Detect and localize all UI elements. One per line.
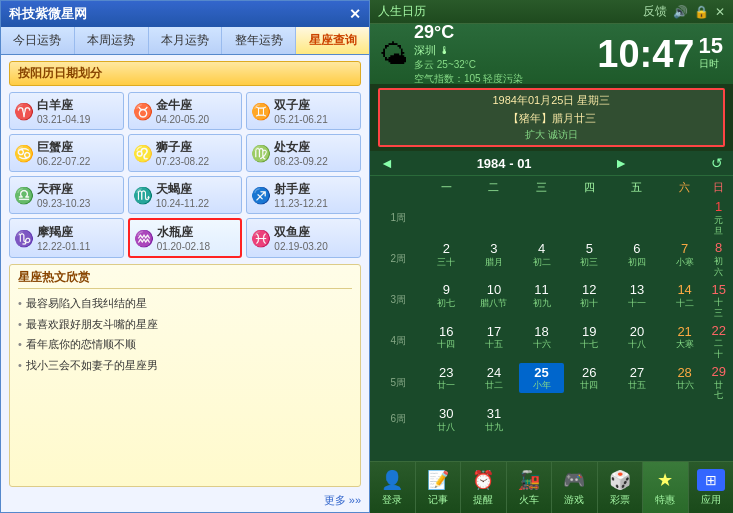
cal-cell[interactable]: 30廿八 — [422, 403, 470, 435]
zodiac-item-摩羯座[interactable]: ♑ 摩羯座 12.22-01.11 — [9, 218, 124, 258]
cal-cell[interactable]: 14十二 — [661, 280, 709, 321]
calendar-nav: ◄ 1984 - 01 ► ↺ — [370, 151, 733, 176]
tab-整年运势[interactable]: 整年运势 — [222, 27, 296, 54]
tab-本周运势[interactable]: 本周运势 — [75, 27, 149, 54]
cal-lunar-text: 十五 — [485, 339, 503, 350]
cal-cell[interactable]: 20十八 — [613, 321, 661, 362]
cal-cell[interactable]: 27廿五 — [613, 362, 661, 403]
zodiac-name: 双子座 — [274, 97, 327, 114]
cal-cell[interactable]: 2三十 — [422, 238, 470, 279]
zodiac-item-天秤座[interactable]: ♎ 天秤座 09.23-10.23 — [9, 176, 124, 214]
zodiac-item-射手座[interactable]: ♐ 射手座 11.23-12.21 — [246, 176, 361, 214]
time-block: 10:47 15 日时 — [597, 35, 723, 73]
cal-cell[interactable]: 11初九 — [518, 280, 566, 321]
lock-icon[interactable]: 🔒 — [694, 5, 709, 19]
cal-lunar-text: 廿一 — [437, 380, 455, 391]
cal-cell[interactable]: 19十七 — [565, 321, 613, 362]
week-label: 3周 — [374, 280, 422, 321]
sun-header: 日 — [708, 178, 729, 197]
zodiac-item-双鱼座[interactable]: ♓ 双鱼座 02.19-03.20 — [246, 218, 361, 258]
cal-day-number: 13 — [630, 282, 644, 298]
zodiac-item-处女座[interactable]: ♍ 处女座 08.23-09.22 — [246, 134, 361, 172]
cal-cell[interactable]: 13十一 — [613, 280, 661, 321]
cal-cell[interactable]: 28廿六 — [661, 362, 709, 403]
zodiac-item-狮子座[interactable]: ♌ 狮子座 07.23-08.22 — [128, 134, 243, 172]
zodiac-item-双子座[interactable]: ♊ 双子座 05.21-06.21 — [246, 92, 361, 130]
zodiac-item-水瓶座[interactable]: ♒ 水瓶座 01.20-02.18 — [128, 218, 243, 258]
feedback-button[interactable]: 反馈 — [643, 3, 667, 20]
weather-icon: 🌤 — [380, 38, 408, 71]
cal-day-number: 27 — [630, 365, 644, 381]
cal-cell[interactable]: 25小年 — [518, 362, 566, 403]
cal-cell[interactable]: 9初七 — [422, 280, 470, 321]
cal-day-number: 17 — [487, 324, 501, 340]
zodiac-item-白羊座[interactable]: ♈ 白羊座 03.21-04.19 — [9, 92, 124, 130]
close-right-button[interactable]: ✕ — [715, 5, 725, 19]
cal-cell[interactable]: 6初四 — [613, 238, 661, 279]
cal-day-number: 10 — [487, 282, 501, 298]
nav-item-游戏[interactable]: 🎮游戏 — [552, 462, 598, 513]
cal-cell[interactable]: 26廿四 — [565, 362, 613, 403]
cal-lunar-text: 廿九 — [485, 422, 503, 433]
refresh-button[interactable]: ↺ — [711, 155, 723, 171]
cal-cell[interactable]: 4初二 — [518, 238, 566, 279]
calendar-row: 6周30廿八31廿九 — [374, 403, 729, 435]
weather-block: 🌤 29°C 深圳 🌡 多云 25~32°C 空气指数：105 轻度污染 — [380, 22, 523, 86]
nav-item-登录[interactable]: 👤登录 — [370, 462, 416, 513]
cal-cell[interactable]: 23廿一 — [422, 362, 470, 403]
cal-cell[interactable]: 31廿九 — [470, 403, 518, 435]
cal-lunar-text: 元旦 — [711, 215, 726, 237]
nav-item-彩票[interactable]: 🎲彩票 — [598, 462, 644, 513]
cal-cell[interactable]: 22二十 — [708, 321, 729, 362]
horoscope-section: 星座热文欣赏 最容易陷入自我纠结的星最喜欢跟好朋友斗嘴的星座看年底你的恋情顺不顺… — [9, 264, 361, 487]
zodiac-grid: ♈ 白羊座 03.21-04.19 ♉ 金牛座 04.20-05.20 ♊ 双子… — [9, 92, 361, 258]
cal-cell[interactable]: 12初十 — [565, 280, 613, 321]
tue-header: 二 — [470, 178, 518, 197]
cal-cell[interactable]: 5初三 — [565, 238, 613, 279]
next-month-button[interactable]: ► — [614, 155, 628, 171]
nav-item-记事[interactable]: 📝记事 — [416, 462, 462, 513]
cal-cell[interactable]: 21大寒 — [661, 321, 709, 362]
cal-cell[interactable]: 29廿七 — [708, 362, 729, 403]
close-button[interactable]: ✕ — [349, 6, 361, 22]
nav-icon: 🎲 — [609, 469, 631, 491]
nav-label: 彩票 — [610, 493, 630, 507]
sat-header: 六 — [661, 178, 709, 197]
cal-cell[interactable]: 1元旦 — [708, 197, 729, 238]
cal-cell[interactable]: 18十六 — [518, 321, 566, 362]
cal-cell — [470, 197, 518, 238]
cal-cell[interactable]: 15十三 — [708, 280, 729, 321]
left-panel: 科技紫微星网 ✕ 今日运势本周运势本月运势整年运势星座查询 按阳历日期划分 ♈ … — [0, 0, 370, 513]
cal-cell[interactable]: 24廿二 — [470, 362, 518, 403]
cal-day-number: 12 — [582, 282, 596, 298]
cal-cell[interactable]: 3腊月 — [470, 238, 518, 279]
week-label: 6周 — [374, 403, 422, 435]
cal-cell[interactable]: 16十四 — [422, 321, 470, 362]
tab-星座查询[interactable]: 星座查询 — [296, 27, 369, 54]
cal-lunar-text: 初十 — [580, 298, 598, 309]
nav-item-火车[interactable]: 🚂火车 — [507, 462, 553, 513]
cal-cell[interactable]: 8初六 — [708, 238, 729, 279]
zodiac-name: 白羊座 — [37, 97, 90, 114]
zodiac-item-金牛座[interactable]: ♉ 金牛座 04.20-05.20 — [128, 92, 243, 130]
nav-item-特惠[interactable]: ★特惠 — [643, 462, 689, 513]
tab-本月运势[interactable]: 本月运势 — [149, 27, 223, 54]
tab-今日运势[interactable]: 今日运势 — [1, 27, 75, 54]
prev-month-button[interactable]: ◄ — [380, 155, 394, 171]
cal-lunar-text: 十三 — [711, 297, 726, 319]
year-month-display: 1984 - 01 — [477, 156, 532, 171]
bottom-nav: 👤登录📝记事⏰提醒🚂火车🎮游戏🎲彩票★特惠⊞应用 — [370, 461, 733, 513]
nav-item-提醒[interactable]: ⏰提醒 — [461, 462, 507, 513]
cal-cell[interactable]: 17十五 — [470, 321, 518, 362]
zodiac-item-天蝎座[interactable]: ♏ 天蝎座 10.24-11.22 — [128, 176, 243, 214]
sound-icon[interactable]: 🔊 — [673, 5, 688, 19]
more-link[interactable]: 更多 — [9, 493, 361, 508]
nav-item-应用[interactable]: ⊞应用 — [689, 462, 734, 513]
horoscope-item: 找小三会不如妻子的星座男 — [18, 355, 352, 376]
cal-cell[interactable]: 7小寒 — [661, 238, 709, 279]
cal-day-number: 22 — [711, 323, 725, 339]
zodiac-item-巨蟹座[interactable]: ♋ 巨蟹座 06.22-07.22 — [9, 134, 124, 172]
zodiac-symbol: ♉ — [133, 102, 153, 121]
cal-cell[interactable]: 10腊八节 — [470, 280, 518, 321]
cal-cell — [518, 197, 566, 238]
